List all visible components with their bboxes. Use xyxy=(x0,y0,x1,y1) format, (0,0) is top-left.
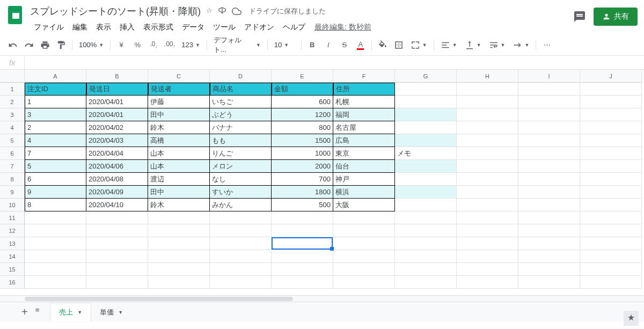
cell-J15[interactable] xyxy=(580,263,642,276)
menu-データ[interactable]: データ xyxy=(178,20,208,34)
column-header-A[interactable]: A xyxy=(25,70,86,83)
cell-E14[interactable] xyxy=(272,250,333,263)
cell-D12[interactable] xyxy=(210,224,272,237)
cell-G2[interactable] xyxy=(395,96,457,108)
menu-アドオン[interactable]: アドオン xyxy=(240,20,278,34)
cell-G6[interactable]: メモ xyxy=(395,147,457,160)
row-header-7[interactable]: 7 xyxy=(0,160,25,173)
sheets-logo[interactable] xyxy=(4,4,26,26)
redo-button[interactable] xyxy=(21,38,36,53)
italic-button[interactable]: I xyxy=(321,38,336,53)
font-dropdown[interactable]: デフォルト...▼ xyxy=(210,38,264,53)
row-header-12[interactable]: 12 xyxy=(0,224,25,237)
cell-I2[interactable] xyxy=(518,96,580,108)
cell-A1[interactable]: 注文ID xyxy=(25,83,86,96)
cell-G12[interactable] xyxy=(395,224,457,237)
menu-ツール[interactable]: ツール xyxy=(209,20,239,34)
cell-G14[interactable] xyxy=(395,250,457,263)
doc-title[interactable]: スプレッドシートのソート(昇順・降順) xyxy=(30,5,201,18)
cell-F14[interactable] xyxy=(333,250,395,263)
vertical-align-button[interactable]: ▼ xyxy=(462,38,485,53)
cell-F4[interactable]: 名古屋 xyxy=(333,121,395,134)
cell-A13[interactable] xyxy=(25,237,86,250)
cell-J9[interactable] xyxy=(580,186,642,199)
cell-D8[interactable]: なし xyxy=(210,173,272,186)
cell-F9[interactable]: 横浜 xyxy=(333,186,395,199)
column-header-C[interactable]: C xyxy=(148,70,210,83)
cell-F8[interactable]: 神戸 xyxy=(333,173,395,186)
cell-C1[interactable]: 発送者 xyxy=(148,83,210,96)
cell-F5[interactable]: 広島 xyxy=(333,134,395,147)
row-header-5[interactable]: 5 xyxy=(0,134,25,147)
cell-G5[interactable] xyxy=(395,134,457,147)
cell-D11[interactable] xyxy=(210,211,272,224)
cell-J3[interactable] xyxy=(580,108,642,121)
cell-H6[interactable] xyxy=(457,147,518,160)
spreadsheet-grid[interactable]: ABCDEFGHIJ 12345678910111213141516 注文ID発… xyxy=(0,70,644,295)
cell-H13[interactable] xyxy=(457,237,518,250)
cell-I11[interactable] xyxy=(518,211,580,224)
cell-H3[interactable] xyxy=(457,108,518,121)
row-header-16[interactable]: 16 xyxy=(0,276,25,289)
cell-G11[interactable] xyxy=(395,211,457,224)
number-format-dropdown[interactable]: 123▼ xyxy=(178,38,203,53)
cell-I4[interactable] xyxy=(518,121,580,134)
menu-表示[interactable]: 表示 xyxy=(92,20,115,34)
all-sheets-button[interactable]: ≡ xyxy=(35,306,40,318)
row-header-2[interactable]: 2 xyxy=(0,96,25,108)
last-edit[interactable]: 最終編集: 数秒前 xyxy=(314,20,371,34)
cell-C4[interactable]: 鈴木 xyxy=(148,121,210,134)
cell-C3[interactable]: 田中 xyxy=(148,108,210,121)
cell-C12[interactable] xyxy=(148,224,210,237)
cell-B16[interactable] xyxy=(86,276,148,289)
strikethrough-button[interactable]: S xyxy=(337,38,352,53)
cell-H8[interactable] xyxy=(457,173,518,186)
row-header-8[interactable]: 8 xyxy=(0,173,25,186)
cell-G1[interactable] xyxy=(395,83,457,96)
more-button[interactable]: ⋯ xyxy=(539,38,554,53)
cell-B3[interactable]: 2020/04/01 xyxy=(86,108,148,121)
cell-I13[interactable] xyxy=(518,237,580,250)
cell-F6[interactable]: 東京 xyxy=(333,147,395,160)
cell-F10[interactable]: 大阪 xyxy=(333,199,395,211)
cell-D2[interactable]: いちご xyxy=(210,96,272,108)
cell-C14[interactable] xyxy=(148,250,210,263)
cell-F11[interactable] xyxy=(333,211,395,224)
text-rotation-button[interactable]: ▼ xyxy=(509,38,532,53)
cell-B14[interactable] xyxy=(86,250,148,263)
cell-B5[interactable]: 2020/04/03 xyxy=(86,134,148,147)
cell-A10[interactable]: 8 xyxy=(25,199,86,211)
column-header-D[interactable]: D xyxy=(210,70,272,83)
cell-I1[interactable] xyxy=(518,83,580,96)
cell-C8[interactable]: 渡辺 xyxy=(148,173,210,186)
cell-H9[interactable] xyxy=(457,186,518,199)
borders-button[interactable] xyxy=(391,38,406,53)
cell-A12[interactable] xyxy=(25,224,86,237)
cell-B15[interactable] xyxy=(86,263,148,276)
cell-H11[interactable] xyxy=(457,211,518,224)
paint-format-button[interactable] xyxy=(54,38,69,53)
cell-C13[interactable] xyxy=(148,237,210,250)
cell-A14[interactable] xyxy=(25,250,86,263)
cell-F16[interactable] xyxy=(333,276,395,289)
cell-A5[interactable]: 4 xyxy=(25,134,86,147)
cell-B9[interactable]: 2020/04/09 xyxy=(86,186,148,199)
merge-cells-button[interactable]: ▼ xyxy=(407,38,430,53)
cell-A2[interactable]: 1 xyxy=(25,96,86,108)
cell-H5[interactable] xyxy=(457,134,518,147)
cell-I16[interactable] xyxy=(518,276,580,289)
select-all-corner[interactable] xyxy=(0,70,25,83)
menu-ファイル[interactable]: ファイル xyxy=(30,20,68,34)
cell-E16[interactable] xyxy=(272,276,333,289)
cell-J7[interactable] xyxy=(580,160,642,173)
cell-G4[interactable] xyxy=(395,121,457,134)
column-header-B[interactable]: B xyxy=(86,70,148,83)
text-wrap-button[interactable]: ▼ xyxy=(486,38,509,53)
cell-E1[interactable]: 金額 xyxy=(272,83,333,96)
cell-A9[interactable]: 9 xyxy=(25,186,86,199)
row-header-9[interactable]: 9 xyxy=(0,186,25,199)
column-header-F[interactable]: F xyxy=(333,70,395,83)
sheet-tab-売上[interactable]: 売上▼ xyxy=(50,303,91,321)
cell-I5[interactable] xyxy=(518,134,580,147)
cell-E9[interactable]: 1800 xyxy=(272,186,333,199)
